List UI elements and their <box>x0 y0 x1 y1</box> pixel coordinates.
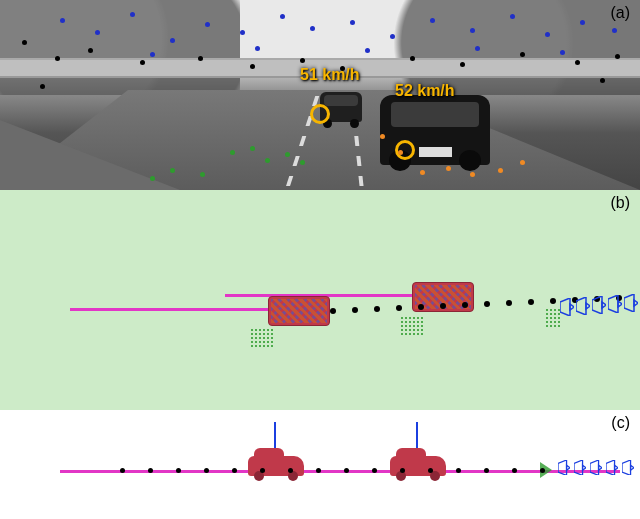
ground-points-b-2 <box>400 316 424 336</box>
vehicle-box-left-b <box>268 296 330 326</box>
svg-marker-6 <box>608 295 618 313</box>
svg-marker-3 <box>586 303 590 309</box>
feature-point-black <box>55 56 60 61</box>
feature-point-blue <box>240 30 245 35</box>
feature-point-blue <box>475 46 480 51</box>
svg-marker-9 <box>634 300 638 306</box>
ego-pose-dot-b <box>418 304 424 310</box>
feature-point-black <box>22 40 27 45</box>
svg-marker-13 <box>583 465 586 470</box>
feature-point-blue <box>150 52 155 57</box>
ego-pose-dot-c <box>512 468 517 473</box>
speed-marker-vehicle-left <box>310 104 330 124</box>
feature-point-black <box>615 54 620 59</box>
feature-point-black <box>300 58 305 63</box>
ground-line-c <box>60 470 620 473</box>
trajectory-vehicle-left-b <box>70 308 290 311</box>
feature-point-orange <box>520 160 525 165</box>
feature-point-blue <box>430 18 435 23</box>
camera-frustum-icon <box>622 460 634 474</box>
feature-point-green <box>230 150 235 155</box>
camera-frustum-icon <box>624 294 638 312</box>
speed-label-vehicle-right: 52 km/h <box>395 82 455 100</box>
ego-pose-dot-b <box>462 302 468 308</box>
panel-c-side-view: (c) <box>0 410 640 519</box>
ego-pose-dot-c <box>456 468 461 473</box>
feature-point-orange <box>380 134 385 139</box>
feature-point-black <box>88 48 93 53</box>
feature-point-black <box>250 64 255 69</box>
panel-c-label: (c) <box>611 414 630 432</box>
svg-marker-18 <box>622 460 631 475</box>
ego-pose-dot-c <box>148 468 153 473</box>
feature-point-orange <box>398 150 403 155</box>
feature-point-black <box>600 78 605 83</box>
svg-marker-1 <box>570 304 574 310</box>
ground-points-b-1 <box>250 328 274 348</box>
ego-pose-dot-c <box>400 468 405 473</box>
feature-point-black <box>410 56 415 61</box>
ego-pose-dot-c <box>484 468 489 473</box>
svg-marker-11 <box>567 465 570 470</box>
feature-point-blue <box>580 20 585 25</box>
ego-pose-dot-c <box>204 468 209 473</box>
ego-pose-dot-c <box>120 468 125 473</box>
camera-frustum-icon <box>590 460 602 474</box>
camera-frustum-icon <box>576 297 590 315</box>
svg-marker-10 <box>558 460 567 475</box>
camera-frustum-icon <box>560 298 574 316</box>
feature-point-green <box>265 158 270 163</box>
feature-point-blue <box>280 14 285 19</box>
ego-pose-dot-c <box>260 468 265 473</box>
ego-pose-dot-c <box>316 468 321 473</box>
ego-pose-dot-b <box>352 307 358 313</box>
feature-point-green <box>150 176 155 181</box>
ego-pose-dot-b <box>440 303 446 309</box>
feature-point-blue <box>612 28 617 33</box>
panel-a-label: (a) <box>610 4 630 22</box>
feature-point-orange <box>498 168 503 173</box>
feature-point-black <box>575 60 580 65</box>
ego-pose-dot-b <box>528 299 534 305</box>
ego-pose-dot-c <box>344 468 349 473</box>
vehicle-side-right-c <box>390 456 446 476</box>
ground-points-b-3 <box>545 308 561 328</box>
svg-marker-14 <box>590 460 599 475</box>
ego-pose-dot-c <box>288 468 293 473</box>
ego-pose-dot-b <box>484 301 490 307</box>
ego-pose-dot-c <box>176 468 181 473</box>
vehicle-right-window <box>391 102 479 127</box>
camera-frustum-icon <box>592 296 606 314</box>
feature-point-blue <box>60 18 65 23</box>
ego-pose-dot-c <box>232 468 237 473</box>
feature-point-black <box>460 62 465 67</box>
feature-point-blue <box>205 22 210 27</box>
vehicle-left-window <box>324 95 358 106</box>
speed-label-vehicle-left: 51 km/h <box>300 66 360 84</box>
feature-point-black <box>198 56 203 61</box>
panel-b-top-down: (b) <box>0 190 640 410</box>
ego-pose-dot-b <box>374 306 380 312</box>
trajectory-vehicle-right-b <box>225 294 440 297</box>
camera-frustum-icon <box>558 460 570 474</box>
trees-left <box>0 0 240 95</box>
feature-point-green <box>200 172 205 177</box>
svg-marker-8 <box>624 294 634 312</box>
camera-frustum-icon <box>574 460 586 474</box>
svg-marker-2 <box>576 297 586 315</box>
feature-point-blue <box>560 50 565 55</box>
ego-pose-dot-b <box>550 298 556 304</box>
feature-point-black <box>520 52 525 57</box>
svg-marker-4 <box>592 296 602 314</box>
feature-point-blue <box>390 34 395 39</box>
feature-point-blue <box>365 48 370 53</box>
feature-point-orange <box>420 170 425 175</box>
vehicle-left-wheel-r <box>350 119 358 128</box>
ego-pose-dot-b <box>396 305 402 311</box>
svg-marker-17 <box>615 465 618 470</box>
feature-point-blue <box>310 26 315 31</box>
hatch <box>271 299 327 323</box>
ego-pose-dot-c <box>428 468 433 473</box>
feature-point-green <box>300 160 305 165</box>
svg-marker-7 <box>618 301 622 307</box>
